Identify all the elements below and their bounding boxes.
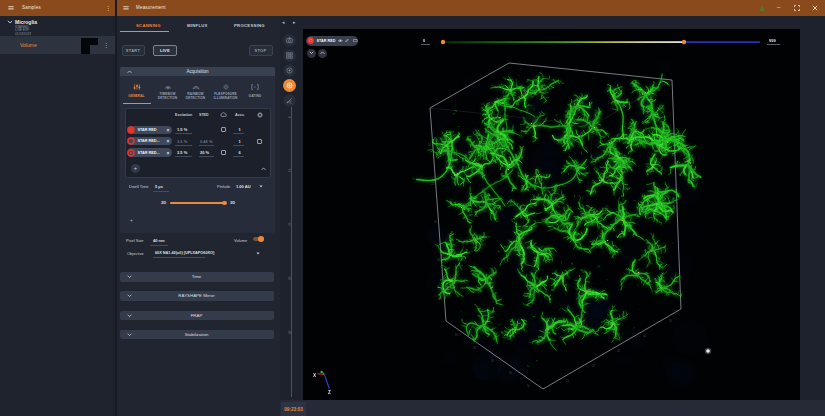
lut-range-slider[interactable] [440, 39, 762, 45]
tile-view-button[interactable] [283, 49, 296, 62]
section-time[interactable]: Time [120, 272, 274, 282]
acq-tab-rainbow[interactable]: RAINBOW DETECTION [182, 80, 210, 102]
remove-channel-icon[interactable]: × [167, 138, 170, 144]
objective-value[interactable]: 60X NA1.42(oil) [UPLXAPO60XO] [155, 251, 214, 255]
lut-min-value[interactable]: 0 [423, 38, 425, 43]
acq-tab-flexposure[interactable]: FLEXPOSURE ILLUMINATION [212, 80, 240, 102]
acq-tab-general[interactable]: GENERAL [123, 80, 151, 102]
objective-label: Objective [127, 251, 144, 256]
viewer-depth-ruler[interactable] [291, 107, 292, 397]
airyscan-checkbox[interactable] [221, 150, 226, 155]
remove-channel-icon[interactable]: × [167, 127, 170, 133]
start-button[interactable]: START [122, 45, 145, 56]
target-button[interactable] [283, 64, 296, 77]
settings-checkbox[interactable] [257, 139, 262, 144]
viewer-prev-icon[interactable]: ◂ [282, 19, 285, 25]
channel-chip-row[interactable]: STAR RED × [127, 126, 172, 134]
accu-value[interactable]: 1 [239, 139, 241, 144]
tab-processing[interactable]: PROCESSING [234, 23, 265, 28]
sample-name[interactable]: Microglia [15, 19, 37, 25]
section-stabilization[interactable]: Stabilization [120, 330, 274, 340]
channel-chip-row[interactable]: STAR RED... × [127, 148, 172, 156]
channel-collapse-down-icon[interactable] [307, 49, 316, 58]
dimension-slider[interactable] [170, 202, 224, 203]
visibility-icon[interactable] [338, 39, 343, 42]
svg-text:50: 50 [527, 384, 531, 388]
svg-text:10: 10 [428, 143, 432, 147]
live-button[interactable]: LIVE [153, 45, 177, 56]
channels-collapse-icon[interactable] [261, 167, 266, 171]
minimize-button[interactable]: – [777, 4, 780, 10]
colormap-icon[interactable] [353, 39, 358, 42]
axis-x-label: X [313, 373, 317, 378]
lut-min-handle[interactable] [441, 39, 445, 43]
camera-icon [285, 36, 294, 45]
channel-chip[interactable]: STAR RED [306, 36, 358, 46]
volume-toggle-label: Volume [234, 238, 247, 243]
tab-minflux[interactable]: MINFLUX [187, 23, 208, 28]
pinhole-dropdown-icon[interactable] [259, 185, 263, 188]
dwell-time-label: Dwell Time [129, 184, 149, 189]
edit-lut-icon[interactable] [345, 39, 349, 43]
viewer-next-icon[interactable]: ▸ [293, 19, 296, 25]
excitation-value[interactable]: 1.5 % [177, 127, 187, 132]
dye-color-icon [127, 137, 135, 145]
close-button[interactable] [812, 5, 818, 11]
accu-value[interactable]: 1 [239, 127, 241, 132]
timebow-icon [163, 83, 173, 91]
acquisition-card: Acquisition GENERAL TIMEBOW DETECTION RA… [120, 67, 275, 233]
excitation-value[interactable]: 3.5 % [177, 139, 187, 144]
tab-scanning[interactable]: SCANNING [136, 23, 161, 28]
remove-channel-icon[interactable]: × [167, 150, 170, 156]
section-frap[interactable]: FRAP [120, 311, 274, 321]
sample-expand-chevron-icon[interactable] [7, 20, 13, 24]
camera-button[interactable] [283, 34, 296, 47]
volume-3d-button[interactable] [283, 79, 296, 92]
dimension-slider-knob[interactable] [222, 201, 227, 206]
sted-value[interactable]: 0.45 % [200, 139, 212, 144]
volume-more-icon[interactable]: ⋮ [103, 42, 109, 48]
acq-tab-gating[interactable]: GATING [241, 80, 269, 102]
sted-value[interactable]: 20 % [200, 150, 209, 155]
add-config-button[interactable]: + [130, 217, 133, 223]
acq-tab-timebow[interactable]: TIMEBOW DETECTION [154, 80, 182, 102]
channel-chip-row[interactable]: STAR RED... × [127, 137, 172, 145]
pinhole-value[interactable]: 1.00 AU [236, 184, 251, 189]
maximize-button[interactable] [794, 5, 800, 11]
gating-icon [250, 83, 260, 91]
slider-3d-label: 3D [230, 200, 235, 205]
stop-button[interactable]: STOP [249, 45, 273, 56]
axis-gizmo: X Z [313, 371, 331, 395]
lut-max-handle[interactable] [682, 39, 686, 43]
target-icon [285, 66, 294, 75]
samples-more-icon[interactable]: ⋮ [105, 5, 111, 11]
objective-dropdown-icon[interactable] [256, 252, 260, 255]
slider-2d-label: 2D [161, 200, 166, 205]
image-viewer: ◂ ▸ µm 0 10 20 30 40 10 20 30 40 50 10 2… [280, 16, 825, 416]
sample-item-volume[interactable]: Volume ⋮ [0, 36, 115, 54]
col-settings-gear-icon [257, 112, 263, 118]
airyscan-checkbox[interactable] [221, 127, 226, 132]
col-sted: STED [199, 113, 209, 117]
excitation-value[interactable]: 3.5 % [177, 150, 187, 155]
volume-toggle[interactable] [253, 237, 264, 242]
channel-collapse-up-icon[interactable] [318, 49, 327, 58]
add-channel-button[interactable]: + [131, 164, 140, 173]
section-rayshape-mirror[interactable]: RAYSHAPE Mirror [120, 291, 274, 301]
lut-max-value[interactable]: 999 [769, 38, 776, 43]
samples-title: Samples [22, 5, 41, 10]
ruler-tick-label: 10 [288, 169, 292, 172]
samples-menu-icon[interactable] [8, 6, 14, 11]
ruler-tick-label: 40 [288, 331, 292, 334]
ruler-tick-label: µm [288, 100, 292, 104]
accu-value[interactable]: 6 [239, 150, 241, 155]
measurement-menu-icon[interactable] [123, 6, 129, 11]
acquisition-header[interactable]: Acquisition [120, 67, 275, 76]
ruler-tick-label: 20 [288, 223, 292, 226]
image-canvas[interactable]: 10 20 30 40 50 10 20 30 40 50 10 20 30 4… [303, 29, 800, 400]
pixel-size-value[interactable]: 40 nm [153, 238, 165, 243]
svg-text:20: 20 [431, 182, 435, 186]
col-accu: Accu. [235, 113, 245, 117]
svg-text:10: 10 [566, 379, 570, 383]
dwell-time-value[interactable]: 5 µs [155, 184, 163, 189]
